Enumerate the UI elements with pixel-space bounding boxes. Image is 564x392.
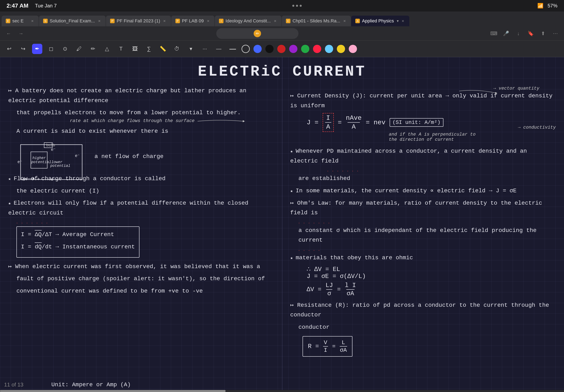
line-style-dots[interactable]: ··· (200, 44, 210, 54)
back-button[interactable]: ← (4, 29, 13, 38)
tab-favicon-6: C (286, 19, 290, 23)
tab-dropdown-icon[interactable]: ▾ (397, 19, 399, 23)
conductor-line: conductor (298, 322, 556, 332)
lasso-tool[interactable]: ⊙ (60, 44, 70, 54)
formula2: I = dQ/dt → Instantaneous current (21, 242, 135, 252)
left-line6: the electric current (I) (16, 186, 274, 196)
tab-close-6[interactable]: ✕ (342, 19, 347, 23)
tab-chp01[interactable]: C Chp01 - Slides Ms.Ra... ✕ (282, 16, 351, 26)
shapes-tool[interactable]: △ (102, 44, 112, 54)
pencil-tool[interactable]: ✏ (88, 44, 98, 54)
tab-close-2[interactable]: ✕ (97, 19, 101, 23)
tab-solution[interactable]: S Solution_Final Exam... ✕ (39, 16, 106, 26)
color-pink[interactable] (349, 45, 357, 53)
timer-tool[interactable]: ⏱ (172, 44, 182, 54)
main-canvas[interactable]: ELECTRiC CURRENT A battery does not crea… (0, 57, 564, 392)
microphone-icon[interactable]: 🎤 (502, 29, 511, 38)
dv-el-formula: ∴ ∆V = EL (307, 265, 556, 273)
color-blue[interactable] (253, 45, 262, 53)
scroll-thumb[interactable] (0, 390, 225, 392)
drawing-toolbar: ↩ ↪ ✒ ◻ ⊙ 🖊 ✏ △ T 🖼 ∑ 📏 ⏱ ▾ ··· — — (0, 41, 564, 57)
unit-label: Unit: Ampere or Amp (A) (51, 381, 131, 388)
formula-tool[interactable]: ∑ (144, 44, 154, 54)
window-controls (292, 5, 302, 7)
color-circle-outline[interactable] (242, 45, 250, 53)
dv-frac2: l I σA (345, 282, 356, 297)
color-yellow[interactable] (337, 45, 345, 53)
tab-ideology[interactable]: I Ideology And Constit... ✕ (215, 16, 281, 26)
eraser-tool[interactable]: ◻ (46, 44, 56, 54)
system-bar: 2:47 AM Tue Jan 7 📶 57% (0, 0, 564, 12)
tab-pf-final[interactable]: P PF Final Fall 2023 (1) ✕ (106, 16, 171, 26)
svg-marker-0 (243, 120, 245, 122)
more-tools-dropdown[interactable]: ▾ (186, 44, 196, 54)
right-line5: Ohm's Law: for many materials, ratio of … (290, 198, 556, 218)
tab-sec-e[interactable]: E sec E ✕ (2, 16, 39, 26)
tab-applied-physics[interactable]: A Applied Physics ▾ ✕ (351, 16, 409, 26)
tab-close-3[interactable]: ✕ (162, 19, 167, 23)
color-purple[interactable] (289, 45, 297, 53)
left-line10: conventional current was defined to be f… (16, 286, 274, 296)
download-icon[interactable]: ↓ (514, 29, 523, 38)
right-line2: Whenever PD maintained across a conducto… (290, 146, 556, 166)
svg-text:potential: potential (50, 164, 70, 168)
color-red[interactable] (313, 45, 321, 53)
red-dots-1: · · · · · · · (16, 220, 274, 225)
insert-image-tool[interactable]: 🖼 (130, 44, 140, 54)
svg-text:higher: higher (32, 156, 46, 160)
redo-button[interactable]: ↪ (18, 44, 28, 54)
svg-text:e⁻: e⁻ (51, 147, 56, 152)
si-unit-box: (SI unit: A/m²) (390, 118, 443, 127)
tab-pf-lab[interactable]: P PF LAB 09 ✕ (171, 16, 214, 26)
red-dots-3: · · · · · · · (298, 220, 556, 225)
j-fraction1: I A (323, 113, 334, 132)
color-black[interactable] (265, 45, 274, 53)
text-tool[interactable]: T (116, 44, 126, 54)
address-bar-container: ✏ (29, 28, 486, 39)
undo-button[interactable]: ↩ (4, 44, 14, 54)
color-dark-red[interactable] (277, 45, 286, 53)
forward-button[interactable]: → (16, 29, 26, 38)
pen-tool[interactable]: ✒ (32, 44, 42, 54)
formula1: I = ΔQ/ΔT → Average Current (21, 230, 135, 239)
system-time: 2:47 AM (7, 2, 28, 9)
line-style-medium[interactable]: — (228, 44, 238, 54)
system-status: 📶 57% (537, 3, 557, 9)
highlighter-tool[interactable]: 🖊 (74, 44, 84, 54)
tab-close-7[interactable]: ✕ (401, 19, 405, 23)
left-line7: Electrons will only flow if a potential … (8, 198, 274, 218)
red-dots-4: · · · · · (298, 248, 556, 253)
line-style-thin[interactable]: — (214, 44, 224, 54)
tab-close-1[interactable]: ✕ (30, 19, 35, 23)
fraction-line2 (347, 122, 360, 123)
tab-favicon-7: A (355, 19, 360, 23)
note-charge-flow: rate at which charge flows through the s… (70, 118, 194, 124)
conductivity-note: → conductivity (518, 125, 556, 130)
fraction-line (325, 122, 331, 123)
formula-box: I = ΔQ/ΔT → Average Current I = dQ/dt → … (16, 226, 139, 257)
svg-text:e⁻: e⁻ (17, 160, 22, 164)
left-line5: Flow of charge through a conductor is ca… (8, 174, 274, 184)
svg-text:bulb: bulb (46, 143, 55, 147)
color-green[interactable] (301, 45, 309, 53)
more-options-icon[interactable]: ⋯ (551, 29, 560, 38)
bookmark-icon[interactable]: 🔖 (526, 29, 535, 38)
right-panel: → vector quantity Current Density (J): c… (282, 57, 564, 392)
resistance-line: Resistance (R): ratio of pd across a con… (290, 300, 556, 320)
address-bar[interactable]: ✏ (216, 28, 298, 39)
tab-close-4[interactable]: ✕ (206, 19, 210, 23)
right-line3: are established (298, 174, 556, 183)
left-line2: that propells electrons to move from a l… (16, 108, 274, 118)
dv-frac1: LJ σ (326, 282, 333, 297)
scroll-track (0, 390, 564, 392)
tab-favicon-1: E (6, 19, 10, 23)
ruler-tool[interactable]: 📏 (158, 44, 168, 54)
color-light-blue[interactable] (325, 45, 333, 53)
tab-close-5[interactable]: ✕ (273, 19, 277, 23)
share-icon[interactable]: ⬆ (538, 29, 548, 38)
red-dots-2: · · · · · · · (327, 168, 556, 174)
battery-status: 57% (548, 3, 557, 9)
left-line1: A battery does not create an electric ch… (8, 86, 274, 105)
note-perpendicular: and if the A is perpendicular to the dir… (389, 132, 556, 142)
keyboard-icon[interactable]: ⌨ (489, 29, 498, 38)
